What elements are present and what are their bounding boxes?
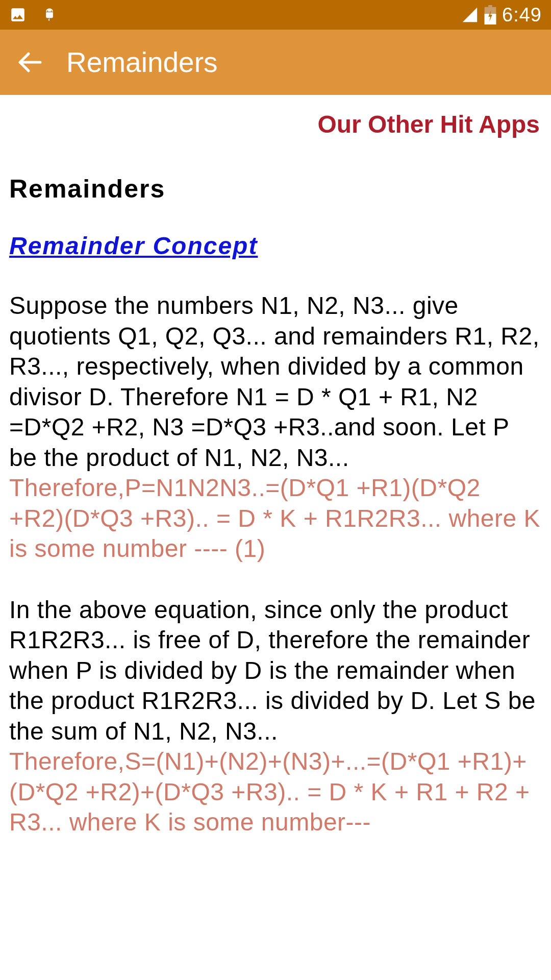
app-bar: Remainders	[0, 30, 551, 95]
app-bar-title: Remainders	[66, 46, 218, 79]
para2-formula: Therefore,S=(N1)+(N2)+(N3)+...=(D*Q1 +R1…	[9, 748, 530, 836]
para1-text: Suppose the numbers N1, N2, N3... give q…	[9, 292, 540, 471]
remainder-concept-link[interactable]: Remainder Concept	[9, 232, 258, 260]
para1-formula: Therefore,P=N1N2N3..=(D*Q1 +R1)(D*Q2 +R2…	[9, 474, 540, 562]
status-time: 6:49	[502, 4, 542, 26]
page-heading: Remainders	[9, 174, 542, 204]
android-debug-icon	[42, 6, 57, 24]
status-right: 6:49	[461, 4, 542, 26]
svg-rect-2	[488, 5, 492, 7]
para2-text: In the above equation, since only the pr…	[9, 596, 536, 745]
back-button[interactable]	[15, 48, 43, 77]
status-bar: 6:49	[0, 0, 551, 30]
other-hit-apps-link[interactable]: Our Other Hit Apps	[9, 110, 542, 138]
paragraph-1: Suppose the numbers N1, N2, N3... give q…	[9, 290, 542, 564]
signal-icon	[461, 6, 479, 23]
content-area: Our Other Hit Apps Remainders Remainder …	[0, 95, 551, 838]
status-left	[9, 6, 57, 24]
image-icon	[9, 6, 27, 23]
battery-charging-icon	[484, 5, 497, 24]
paragraph-2: In the above equation, since only the pr…	[9, 595, 542, 838]
